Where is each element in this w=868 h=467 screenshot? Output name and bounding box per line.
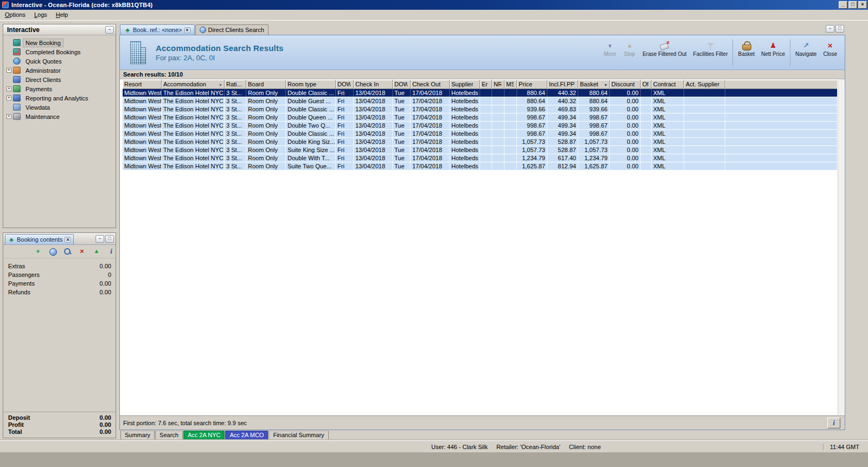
booking-row-label: Extras bbox=[8, 263, 100, 269]
sidebar-item[interactable]: + Quick Quotes bbox=[5, 56, 114, 66]
cell-basket: 880.64 bbox=[578, 89, 610, 97]
import-icon[interactable]: ▲ bbox=[92, 247, 101, 256]
maximize-icon[interactable]: □ bbox=[105, 235, 114, 243]
search-icon[interactable] bbox=[63, 247, 72, 256]
result-row[interactable]: Midtown West The Edison Hotel NYC 3 St..… bbox=[123, 154, 837, 162]
toolbar-button[interactable]: Close bbox=[820, 39, 840, 66]
bottom-tab[interactable]: Acc 2A NYC bbox=[183, 431, 225, 440]
result-row[interactable]: Midtown West The Edison Hotel NYC 3 St..… bbox=[123, 122, 837, 130]
result-row[interactable]: Midtown West The Edison Hotel NYC 3 St..… bbox=[123, 113, 837, 122]
sidebar-item[interactable]: + Maintenance bbox=[5, 112, 114, 121]
result-row[interactable]: Midtown West The Edison Hotel NYC 3 St..… bbox=[123, 130, 837, 138]
expander-icon[interactable]: + bbox=[7, 114, 11, 119]
column-header[interactable]: Resort bbox=[123, 80, 162, 89]
sidebar-item[interactable]: + Reporting and Analytics bbox=[5, 93, 114, 103]
toolbar-button[interactable]: Nett Price bbox=[758, 39, 788, 66]
bottom-tab[interactable]: Financial Summary bbox=[269, 431, 328, 440]
cell-price: 1,625.87 bbox=[517, 162, 547, 170]
cell-ms bbox=[505, 162, 517, 170]
result-row[interactable]: Midtown West The Edison Hotel NYC 3 St..… bbox=[123, 162, 837, 171]
sidebar-item[interactable]: + Administrator bbox=[5, 66, 114, 75]
menu-item[interactable]: Help bbox=[52, 10, 73, 20]
result-row[interactable]: Midtown West The Edison Hotel NYC 3 St..… bbox=[123, 146, 837, 154]
maximize-icon[interactable]: □ bbox=[848, 1, 857, 9]
cell-room-type: Suite King Size ... bbox=[286, 146, 336, 154]
toolbar-button[interactable]: More bbox=[600, 39, 620, 66]
close-tab-icon[interactable]: × bbox=[65, 237, 71, 243]
column-header[interactable]: Room type bbox=[286, 80, 336, 89]
column-header[interactable]: Board bbox=[246, 80, 286, 89]
sidebar-item[interactable]: + Payments bbox=[5, 84, 114, 93]
sidebar-item[interactable]: + Viewdata bbox=[5, 103, 114, 112]
toolbar-button[interactable]: Basket bbox=[732, 39, 758, 66]
column-header[interactable]: Supplier bbox=[450, 80, 480, 89]
expander-icon[interactable]: + bbox=[7, 68, 11, 73]
titlebar[interactable]: Interactive - Ocean-Florida (code: x8kBB… bbox=[0, 0, 868, 10]
delete-icon[interactable]: × bbox=[78, 247, 86, 256]
quotes-icon bbox=[13, 58, 21, 65]
bottom-tab[interactable]: Search bbox=[155, 431, 183, 440]
result-row[interactable]: Midtown West The Edison Hotel NYC 3 St..… bbox=[123, 105, 837, 113]
menu-item[interactable]: Logs bbox=[30, 10, 52, 20]
result-row[interactable]: Midtown West The Edison Hotel NYC 3 St..… bbox=[123, 138, 837, 146]
cell-dow-out: Tue bbox=[393, 97, 411, 105]
column-header[interactable]: Er bbox=[480, 80, 492, 89]
workspace-tab[interactable]: Book. ref.: <none> × bbox=[120, 24, 195, 35]
column-header[interactable]: Accommodation bbox=[162, 80, 225, 89]
column-header[interactable]: DOW bbox=[336, 80, 354, 89]
bottom-tab[interactable]: Acc 2A MCO bbox=[225, 431, 268, 440]
cell-er bbox=[480, 162, 492, 170]
column-header[interactable]: Check Out bbox=[411, 80, 450, 89]
close-tab-icon[interactable]: × bbox=[184, 27, 190, 33]
toolbar-button[interactable]: Erase Filtered Out bbox=[639, 39, 690, 66]
bottom-tab[interactable]: Summary bbox=[120, 431, 155, 440]
cell-act-supplier bbox=[684, 89, 725, 97]
globe-icon[interactable] bbox=[48, 247, 57, 256]
minimize-icon[interactable]: − bbox=[95, 235, 104, 243]
sidebar-item[interactable]: + Completed Bookings bbox=[5, 47, 114, 56]
cell-check-in: 13/04/2018 bbox=[354, 89, 393, 97]
cell-dow-in: Fri bbox=[336, 105, 354, 113]
sidebar-item[interactable]: + Direct Clients bbox=[5, 75, 114, 84]
minimize-icon[interactable]: _ bbox=[839, 1, 847, 9]
toolbar-button[interactable]: Navigate bbox=[790, 39, 820, 66]
column-header[interactable]: Price bbox=[517, 80, 547, 89]
info-icon[interactable]: i bbox=[827, 418, 840, 428]
column-header[interactable]: NR bbox=[492, 80, 505, 89]
column-header[interactable]: Of bbox=[641, 80, 652, 89]
sidebar-item[interactable]: + New Booking bbox=[5, 38, 114, 47]
search-subtitle: For pax: 2A, 0C, 0I bbox=[156, 54, 284, 62]
column-header[interactable]: DOW bbox=[393, 80, 411, 89]
column-header[interactable]: Discount bbox=[610, 80, 641, 89]
result-row[interactable]: Midtown West The Edison Hotel NYC 3 St..… bbox=[123, 97, 837, 105]
cell-act-supplier bbox=[684, 162, 725, 170]
vertical-scrollbar[interactable] bbox=[838, 80, 844, 415]
maximize-icon[interactable]: □ bbox=[835, 25, 844, 33]
column-header[interactable]: Incl.Fl.PP bbox=[547, 80, 578, 89]
toolbar-button[interactable]: Stop bbox=[620, 39, 639, 66]
column-header[interactable]: Contract bbox=[652, 80, 684, 89]
collapse-panel-icon[interactable]: − bbox=[105, 26, 114, 34]
close-icon[interactable]: × bbox=[858, 1, 867, 9]
column-header[interactable]: Check In bbox=[354, 80, 393, 89]
workspace-tab[interactable]: Direct Clients Search × bbox=[195, 24, 269, 35]
expander-icon[interactable]: + bbox=[7, 86, 11, 91]
info-icon[interactable]: i bbox=[107, 247, 116, 256]
column-header[interactable]: Act. Supplier bbox=[684, 80, 725, 89]
toolbar-button[interactable]: Facilities Filter bbox=[690, 39, 731, 66]
expander-icon[interactable]: + bbox=[7, 96, 11, 100]
result-row[interactable]: Midtown West The Edison Hotel NYC 3 St..… bbox=[123, 89, 837, 97]
add-icon[interactable]: + bbox=[34, 247, 42, 256]
cell-rating: 3 St... bbox=[225, 138, 246, 146]
sidebar-item-label: Quick Quotes bbox=[23, 57, 65, 66]
cell-board: Room Only bbox=[246, 89, 286, 97]
column-header[interactable]: Basket bbox=[578, 80, 610, 89]
cell-rating: 3 St... bbox=[225, 146, 246, 154]
minimize-icon[interactable]: − bbox=[826, 25, 834, 33]
search-header: Accommodation Search Results For pax: 2A… bbox=[120, 35, 845, 70]
column-header[interactable]: Rati... bbox=[225, 80, 246, 89]
booking-contents-tab[interactable]: Booking contents × bbox=[5, 234, 74, 244]
cell-er bbox=[480, 122, 492, 129]
menu-item[interactable]: Options bbox=[1, 10, 30, 20]
column-header[interactable]: MS bbox=[505, 80, 517, 89]
